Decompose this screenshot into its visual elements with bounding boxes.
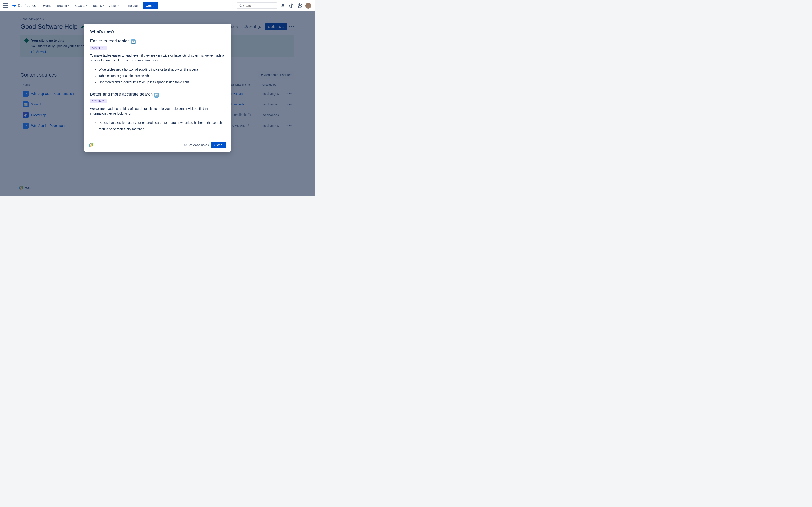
chevron-down-icon: ▾ bbox=[103, 4, 104, 7]
create-button[interactable]: Create bbox=[143, 2, 158, 9]
svg-point-0 bbox=[240, 5, 242, 6]
search-input[interactable] bbox=[243, 4, 274, 7]
release-paragraph-2: We've improved the ranking of search res… bbox=[90, 106, 225, 116]
nav-templates[interactable]: Templates bbox=[122, 2, 141, 9]
modal-footer: Release notes Close bbox=[84, 138, 231, 152]
external-link-icon bbox=[184, 144, 187, 147]
modal-body: What's new? Easier to read tables 🔄 2023… bbox=[84, 23, 231, 138]
brand-slash-icon bbox=[89, 143, 93, 147]
logo-text: Confluence bbox=[18, 4, 36, 8]
release-paragraph-1: To make tables easier to read, even if t… bbox=[90, 53, 225, 63]
release-notes-link[interactable]: Release notes bbox=[184, 143, 209, 147]
nav-home[interactable]: Home bbox=[41, 2, 54, 9]
release-heading-2: Better and more accurate search 🔄 bbox=[90, 92, 225, 98]
top-navigation: Confluence Home Recent▾ Spaces▾ Teams▾ A… bbox=[0, 0, 315, 11]
settings-icon[interactable] bbox=[297, 2, 303, 9]
refresh-icon: 🔄 bbox=[154, 93, 159, 98]
release-date-1: 2023-03-16 bbox=[90, 46, 107, 50]
help-icon[interactable] bbox=[288, 2, 295, 9]
whats-new-modal: What's new? Easier to read tables 🔄 2023… bbox=[84, 23, 231, 152]
search-icon bbox=[239, 4, 243, 7]
svg-line-1 bbox=[242, 6, 242, 7]
modal-overlay: What's new? Easier to read tables 🔄 2023… bbox=[0, 11, 315, 196]
chevron-down-icon: ▾ bbox=[117, 4, 119, 7]
modal-title: What's new? bbox=[90, 29, 225, 34]
confluence-logo-icon bbox=[11, 3, 16, 8]
svg-point-4 bbox=[300, 5, 301, 6]
search-box[interactable] bbox=[237, 2, 277, 9]
app-switcher-icon[interactable] bbox=[3, 3, 9, 8]
notifications-icon[interactable] bbox=[280, 2, 286, 9]
user-avatar[interactable] bbox=[305, 3, 311, 9]
nav-apps[interactable]: Apps▾ bbox=[107, 2, 121, 9]
topnav-right bbox=[237, 2, 311, 9]
release-bullets-2: Pages that exactly match your entered se… bbox=[99, 119, 225, 132]
refresh-icon: 🔄 bbox=[131, 39, 136, 44]
nav-items: Home Recent▾ Spaces▾ Teams▾ Apps▾ Templa… bbox=[41, 2, 141, 9]
nav-teams[interactable]: Teams▾ bbox=[90, 2, 106, 9]
close-button[interactable]: Close bbox=[211, 142, 226, 149]
release-heading-1: Easier to read tables 🔄 bbox=[90, 39, 225, 44]
nav-spaces[interactable]: Spaces▾ bbox=[72, 2, 90, 9]
release-bullets-1: Wide tables get a horizontal scrolling i… bbox=[99, 66, 225, 85]
chevron-down-icon: ▾ bbox=[68, 4, 69, 7]
chevron-down-icon: ▾ bbox=[86, 4, 87, 7]
nav-recent[interactable]: Recent▾ bbox=[55, 2, 71, 9]
release-date-2: 2023-02-23 bbox=[90, 99, 107, 103]
confluence-logo[interactable]: Confluence bbox=[11, 3, 36, 8]
